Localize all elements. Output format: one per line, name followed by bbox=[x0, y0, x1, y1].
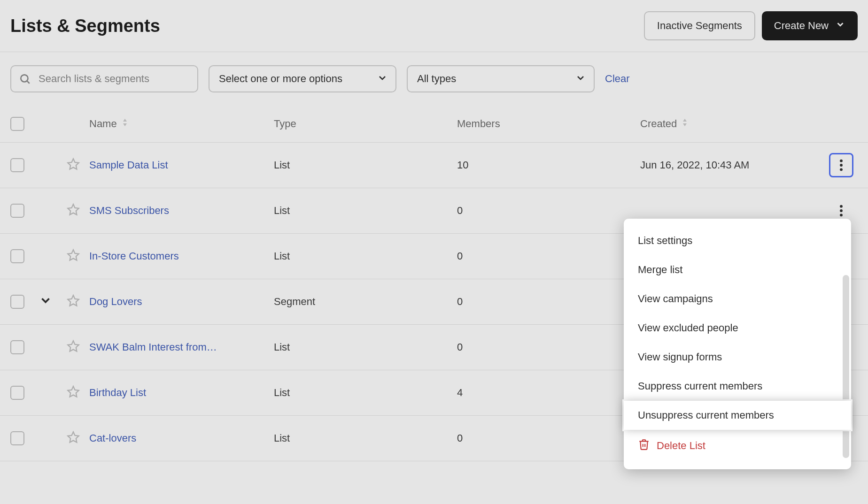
row-star-cell bbox=[67, 203, 89, 219]
row-actions-menu: List settingsMerge listView campaignsVie… bbox=[624, 219, 851, 469]
created-column-header[interactable]: Created bbox=[640, 118, 825, 130]
row-actions-cell bbox=[825, 153, 858, 177]
menu-item[interactable]: List settings bbox=[624, 226, 851, 255]
select-all-checkbox[interactable] bbox=[10, 117, 24, 131]
row-checkbox[interactable] bbox=[10, 431, 24, 445]
types-select[interactable]: All types bbox=[407, 65, 595, 92]
row-checkbox[interactable] bbox=[10, 158, 24, 172]
row-name-link[interactable]: Birthday List bbox=[89, 387, 146, 399]
name-header-label: Name bbox=[89, 118, 117, 130]
filters-bar: Select one or more options All types Cle… bbox=[0, 52, 868, 106]
row-checkbox[interactable] bbox=[10, 249, 24, 263]
svg-marker-30 bbox=[68, 432, 78, 442]
row-checkbox[interactable] bbox=[10, 295, 24, 309]
row-star-cell bbox=[67, 339, 89, 356]
menu-item[interactable]: Merge list bbox=[624, 255, 851, 284]
row-checkbox-cell bbox=[10, 204, 39, 218]
menu-item[interactable]: View campaigns bbox=[624, 284, 851, 313]
row-members: 0 bbox=[457, 250, 640, 262]
row-type: Segment bbox=[274, 296, 457, 308]
row-type: List bbox=[274, 341, 457, 353]
row-name-link[interactable]: SWAK Balm Interest from… bbox=[89, 341, 217, 353]
menu-item-label: View campaigns bbox=[638, 293, 713, 305]
svg-point-13 bbox=[840, 214, 843, 216]
row-type: List bbox=[274, 205, 457, 217]
menu-item-label: Delete List bbox=[657, 440, 705, 452]
row-checkbox-cell bbox=[10, 249, 39, 263]
svg-point-7 bbox=[840, 160, 843, 162]
menu-item[interactable]: View excluded people bbox=[624, 313, 851, 343]
types-select-wrapper: All types bbox=[407, 65, 595, 92]
name-column-header[interactable]: Name bbox=[89, 118, 274, 130]
row-name-link[interactable]: Sample Data List bbox=[89, 159, 168, 171]
svg-point-9 bbox=[840, 168, 843, 171]
row-star-cell bbox=[67, 430, 89, 447]
row-name-link[interactable]: Dog Lovers bbox=[89, 296, 142, 308]
svg-marker-26 bbox=[68, 386, 78, 397]
menu-item-label: Suppress current members bbox=[638, 380, 762, 392]
svg-marker-2 bbox=[123, 119, 127, 122]
row-checkbox[interactable] bbox=[10, 204, 24, 218]
row-star-cell bbox=[67, 248, 89, 265]
star-icon[interactable] bbox=[67, 248, 81, 262]
row-checkbox-cell bbox=[10, 340, 39, 354]
type-column-header: Type bbox=[274, 118, 457, 130]
row-name-link[interactable]: SMS Subscribers bbox=[89, 205, 169, 217]
row-members: 10 bbox=[457, 159, 640, 171]
chevron-down-icon bbox=[835, 19, 845, 32]
menu-item-label: View excluded people bbox=[638, 322, 738, 334]
inactive-segments-button[interactable]: Inactive Segments bbox=[644, 11, 755, 40]
table-row: Sample Data ListList10Jun 16, 2022, 10:4… bbox=[0, 143, 868, 188]
svg-marker-14 bbox=[68, 250, 78, 260]
row-name-cell: SWAK Balm Interest from… bbox=[89, 341, 274, 353]
row-name-cell: Dog Lovers bbox=[89, 296, 274, 308]
row-members: 0 bbox=[457, 205, 640, 217]
tags-select[interactable]: Select one or more options bbox=[209, 65, 396, 92]
menu-item-label: Merge list bbox=[638, 264, 682, 276]
svg-point-8 bbox=[840, 164, 843, 167]
row-members: 0 bbox=[457, 296, 640, 308]
create-new-label: Create New bbox=[774, 20, 829, 32]
kebab-menu-button[interactable] bbox=[829, 153, 853, 177]
row-checkbox[interactable] bbox=[10, 340, 24, 354]
star-icon[interactable] bbox=[67, 294, 81, 308]
star-icon[interactable] bbox=[67, 203, 81, 217]
menu-scrollbar[interactable] bbox=[843, 275, 849, 458]
row-name-cell: Cat-lovers bbox=[89, 432, 274, 444]
members-column-header: Members bbox=[457, 118, 640, 130]
star-icon[interactable] bbox=[67, 430, 81, 444]
menu-item-label: Unsuppress current members bbox=[638, 409, 774, 421]
star-icon[interactable] bbox=[67, 157, 81, 171]
row-star-cell bbox=[67, 294, 89, 310]
star-icon[interactable] bbox=[67, 339, 81, 353]
menu-item[interactable]: Delete List bbox=[624, 430, 851, 462]
svg-marker-6 bbox=[68, 159, 78, 169]
create-new-button[interactable]: Create New bbox=[762, 11, 858, 40]
page-title: Lists & Segments bbox=[10, 16, 160, 36]
row-name-link[interactable]: Cat-lovers bbox=[89, 432, 136, 444]
row-members: 4 bbox=[457, 387, 640, 399]
menu-item[interactable]: Suppress current members bbox=[624, 372, 851, 401]
row-checkbox-cell bbox=[10, 431, 39, 445]
row-name-link[interactable]: In-Store Customers bbox=[89, 250, 179, 262]
trash-icon bbox=[638, 438, 650, 453]
row-checkbox[interactable] bbox=[10, 386, 24, 400]
svg-point-0 bbox=[21, 75, 28, 82]
row-created: Jun 16, 2022, 10:43 AM bbox=[640, 159, 825, 171]
row-members: 0 bbox=[457, 432, 640, 444]
svg-marker-10 bbox=[68, 204, 78, 214]
search-input[interactable] bbox=[10, 65, 198, 92]
row-type: List bbox=[274, 432, 457, 444]
tags-select-wrapper: Select one or more options bbox=[209, 65, 396, 92]
menu-item[interactable]: Unsuppress current members bbox=[624, 401, 851, 430]
row-checkbox-cell bbox=[10, 386, 39, 400]
row-checkbox-cell bbox=[10, 158, 39, 172]
menu-item[interactable]: View signup forms bbox=[624, 343, 851, 372]
star-icon[interactable] bbox=[67, 385, 81, 399]
row-checkbox-cell bbox=[10, 295, 39, 309]
chevron-down-icon[interactable] bbox=[39, 293, 53, 307]
row-type: List bbox=[274, 250, 457, 262]
svg-line-1 bbox=[27, 81, 30, 84]
clear-filters-link[interactable]: Clear bbox=[605, 73, 630, 85]
row-name-cell: Sample Data List bbox=[89, 159, 274, 171]
